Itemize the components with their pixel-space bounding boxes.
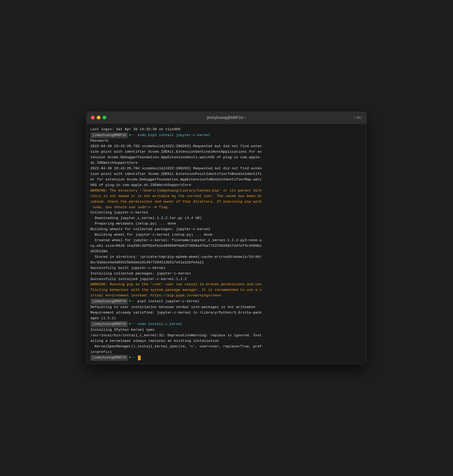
prompt-host: jimmyhuang@MBP16 [90, 355, 128, 361]
prompt-tilde: ~ [132, 355, 134, 361]
prompt-host: jimmyhuang@MBP16 [90, 132, 128, 138]
prompt-arrow: > [129, 133, 131, 138]
terminal-cursor [138, 356, 141, 360]
terminal-line: 2022-04-30 19:43:29.704 xcodebuild[4322:… [90, 166, 363, 188]
terminal-prompt-line: jimmyhuang@MBP16 > ~ pip3 install jupyte… [90, 298, 363, 305]
terminal-body: Last login: Sat Apr 30 14:35:38 on ttys0… [87, 124, 366, 364]
window-shortcut: ⌥⌘1 [353, 116, 362, 120]
prompt-arrow: > [129, 321, 131, 327]
terminal-warning-line: WARNING: The directory '/Users/jimmyhuan… [90, 188, 363, 210]
window-title: jimmyhuang@MBP16:~ [207, 115, 246, 120]
prompt-arrow: > [129, 355, 131, 361]
terminal-line: Last login: Sat Apr 30 14:35:38 on ttys0… [90, 127, 363, 132]
terminal-prompt-line: jimmyhuang@MBP16 > ~ sudo install_c_kern… [90, 321, 363, 327]
terminal-warning-line: WARNING: Running pip as the 'root' user … [90, 282, 363, 298]
terminal-prompt-line: jimmyhuang@MBP16 > ~ sudo pip3 install j… [90, 132, 363, 138]
maximize-button[interactable] [103, 116, 106, 119]
close-button[interactable] [91, 116, 95, 119]
prompt-tilde: ~ [132, 133, 134, 138]
terminal-line: Collecting jupyter-c-kernel Downloading … [90, 210, 363, 227]
prompt-command: pip3 install jupyter-c-kernel [137, 299, 200, 304]
prompt-arrow: > [129, 299, 131, 304]
minimize-button[interactable] [97, 116, 100, 119]
traffic-lights [91, 116, 106, 119]
prompt-host: jimmyhuang@MBP16 [90, 298, 128, 305]
terminal-line: Building wheels for collected packages: … [90, 227, 363, 254]
prompt-host: jimmyhuang@MBP16 [90, 321, 128, 327]
terminal-line: Successfully built jupyter-c-kernel [90, 265, 363, 271]
terminal-line: Stored in directory: /private/tmp/pip-ep… [90, 254, 363, 265]
terminal-line: Password: [90, 138, 363, 144]
terminal-line: Successfully installed jupyter-c-kernel-… [90, 277, 363, 282]
terminal-line: Installing collected packages: jupyter-c… [90, 271, 363, 277]
prompt-tilde: ~ [132, 321, 134, 327]
terminal-line: 2022-04-30 19:43:29.703 xcodebuild[4322:… [90, 144, 363, 166]
terminal-line: Installing IPython kernel spec /usr/loca… [90, 327, 363, 355]
terminal-window: jimmyhuang@MBP16:~ ⌥⌘1 Last login: Sat A… [86, 112, 367, 365]
prompt-command: sudo install_c_kernel [137, 321, 182, 327]
terminal-line: Defaulting to user installation because … [90, 305, 363, 321]
terminal-prompt-cursor-line: jimmyhuang@MBP16 > ~ [90, 355, 363, 361]
title-bar: jimmyhuang@MBP16:~ ⌥⌘1 [87, 112, 366, 124]
prompt-command: sudo pip3 install jupyter-c-kernel [137, 133, 210, 138]
prompt-tilde: ~ [132, 299, 134, 304]
